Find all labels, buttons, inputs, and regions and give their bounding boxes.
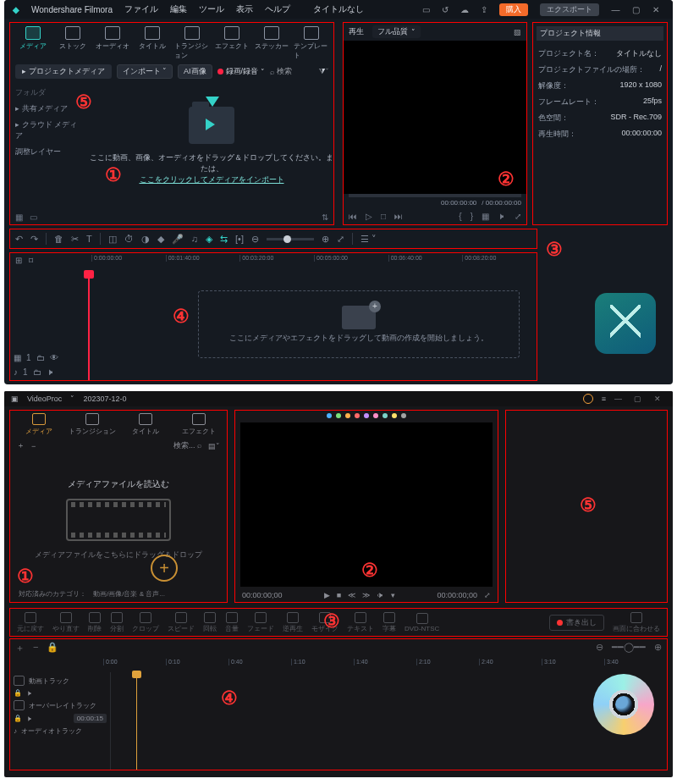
zoom-out-icon[interactable]: ⊖ xyxy=(251,234,259,245)
tab-title[interactable]: タイトル xyxy=(120,413,170,436)
fit-icon[interactable]: ⤢ xyxy=(337,234,344,245)
tool-undo[interactable]: 元に戻す xyxy=(17,612,44,633)
import-link[interactable]: ここをクリックしてメディアをインポート xyxy=(140,175,284,184)
audio-track[interactable]: ♪オーディオトラック xyxy=(14,726,107,736)
timeline-area[interactable]: ④ xyxy=(110,672,667,770)
fit-screen[interactable]: 画面に合わせる xyxy=(613,612,660,633)
share-icon[interactable]: ⇪ xyxy=(481,5,487,14)
tab-title[interactable]: タイトル xyxy=(135,26,169,60)
history-icon[interactable]: ↺ xyxy=(442,5,449,14)
music-icon[interactable]: ♫ xyxy=(191,234,198,244)
tool-speed[interactable]: スピード xyxy=(168,612,195,633)
menu-help[interactable]: ヘルプ xyxy=(265,3,290,15)
account-icon[interactable] xyxy=(583,394,593,404)
tab-audio[interactable]: オーディオ xyxy=(95,26,129,60)
playhead[interactable] xyxy=(88,272,90,380)
tab-transition[interactable]: トランジション xyxy=(174,26,209,60)
play-mode[interactable]: 再生 xyxy=(349,26,364,37)
tool-rotate[interactable]: 回転 xyxy=(203,612,217,633)
tool-subtitle[interactable]: 字幕 xyxy=(383,612,396,633)
mark-in-icon[interactable]: { xyxy=(459,212,461,221)
view-icon[interactable]: ☰ ˅ xyxy=(361,234,377,245)
media-dropzone[interactable]: ここに動画、画像、オーディオをドラッグ＆ドロップしてください。または、 ここをク… xyxy=(90,81,333,210)
snapshot-icon[interactable]: ▾ xyxy=(391,591,395,599)
tool-split[interactable]: 分割 xyxy=(110,612,124,633)
sort-icon[interactable]: ⇅ xyxy=(322,213,328,222)
tool-volume[interactable]: 音量 xyxy=(225,612,239,633)
zoom-in-icon[interactable]: ⊕ xyxy=(322,234,329,245)
add-icon[interactable]: ＋ xyxy=(17,440,25,451)
snapshot-icon[interactable]: ▧ xyxy=(514,28,521,36)
tool-dvd[interactable]: DVD-NTSC xyxy=(405,613,439,632)
volume-icon[interactable]: 🕨 xyxy=(498,212,506,221)
video-track-ctrl[interactable]: 🔒🕨 xyxy=(14,689,107,697)
timeline-area[interactable]: ここにメディアやエフェクトをドラッグして動画の作成を開始しましょう。 ④ xyxy=(88,272,537,380)
redo-icon[interactable]: ↷ xyxy=(30,234,38,245)
record-button[interactable]: 録画/録音 ˅ xyxy=(217,66,266,77)
marker-icon[interactable]: ◈ xyxy=(206,234,212,245)
text-icon[interactable]: T xyxy=(86,234,92,244)
tool-reverse[interactable]: 逆再生 xyxy=(283,612,303,633)
cloud-icon[interactable]: ☁ xyxy=(460,5,469,14)
prev-frame-icon[interactable]: ⏮ xyxy=(349,212,357,221)
zoom-slider[interactable] xyxy=(267,238,314,240)
menu-view[interactable]: 表示 xyxy=(236,3,253,15)
tab-effect[interactable]: エフェクト xyxy=(173,413,223,436)
window-controls[interactable]: — ▢ ✕ xyxy=(614,395,666,403)
tab-media[interactable]: メディア xyxy=(14,413,63,436)
tl-zoom-out-icon[interactable]: ⊖ xyxy=(596,642,603,654)
cut-icon[interactable]: ✂ xyxy=(71,234,79,245)
delete-icon[interactable]: 🗑 xyxy=(54,234,63,244)
fullscreen-icon[interactable]: ⤢ xyxy=(484,591,491,599)
timeline-ruler[interactable]: 0:00:00:0000:01:40:00 00:03:20:0000:05:0… xyxy=(91,253,537,272)
keyframe-icon[interactable]: ◆ xyxy=(157,234,164,245)
quality-dropdown[interactable]: フル品質 ˅ xyxy=(372,25,421,38)
color-icon[interactable]: ◑ xyxy=(141,234,150,245)
audio-track-header[interactable]: ♪1🗀🕨 xyxy=(14,367,85,377)
sort-icon[interactable]: ▤˅ xyxy=(208,442,220,450)
import-dropdown[interactable]: インポート ˅ xyxy=(117,64,173,79)
tab-media[interactable]: メディア xyxy=(15,26,50,60)
ai-image-button[interactable]: AI画像 xyxy=(178,64,212,79)
preview-seekbar[interactable] xyxy=(349,194,521,197)
overlay-track-ctrl[interactable]: 🔒🕨00:00:15 xyxy=(14,714,107,723)
tool-redo[interactable]: やり直す xyxy=(52,612,80,633)
range-icon[interactable]: [•] xyxy=(235,234,244,244)
project-media-pill[interactable]: ▸ プロジェクトメディア xyxy=(15,64,112,79)
speed-icon[interactable]: ⏱ xyxy=(124,234,134,244)
menu-edit[interactable]: 編集 xyxy=(170,3,187,15)
link-icon[interactable]: ⇆ xyxy=(220,234,228,245)
tab-stock[interactable]: ストック xyxy=(55,26,90,60)
tool-crop[interactable]: クロップ xyxy=(132,612,159,633)
list-view-icon[interactable]: ▭ xyxy=(30,213,37,222)
add-media-icon[interactable]: + xyxy=(151,555,178,582)
menu-tools[interactable]: ツール xyxy=(199,3,224,15)
tab-template[interactable]: テンプレート xyxy=(294,26,328,60)
tab-transition[interactable]: トランジション xyxy=(67,413,117,436)
remove-icon[interactable]: − xyxy=(31,442,36,450)
play-icon[interactable]: ▶ xyxy=(324,591,330,599)
menu-icon[interactable]: ≡ xyxy=(602,395,606,403)
volume-icon[interactable]: 🕩 xyxy=(377,591,384,599)
tool-text[interactable]: テキスト xyxy=(347,612,374,633)
tl-zoom-in-icon[interactable]: ⊕ xyxy=(654,642,662,654)
settings-icon[interactable]: ▦ xyxy=(482,212,489,221)
fullscreen-icon[interactable]: ⤢ xyxy=(515,212,521,221)
prev-icon[interactable]: ≪ xyxy=(348,591,355,599)
sidebar-cloud[interactable]: ▸ クラウド メディア xyxy=(14,117,86,144)
save-icon[interactable]: ▭ xyxy=(422,5,430,14)
timeline-dropzone[interactable]: ここにメディアやエフェクトをドラッグして動画の作成を開始しましょう。 xyxy=(198,290,520,358)
menu-file[interactable]: ファイル xyxy=(124,3,158,15)
stop-icon[interactable]: □ xyxy=(381,212,386,221)
audio-icon[interactable]: 🎤 xyxy=(172,234,184,245)
tl-remove-icon[interactable]: − xyxy=(33,642,38,654)
tab-sticker[interactable]: ステッカー xyxy=(254,26,289,60)
tool-delete[interactable]: 削除 xyxy=(88,612,102,633)
search-input[interactable]: ⌕ 検索 xyxy=(270,66,314,77)
buy-button[interactable]: 購入 xyxy=(499,3,528,16)
window-controls[interactable]: — ▢ ✕ xyxy=(611,5,664,14)
play-icon[interactable]: ▷ xyxy=(366,212,372,221)
grid-view-icon[interactable]: ▦ xyxy=(15,213,23,222)
undo-icon[interactable]: ↶ xyxy=(15,234,23,245)
tool-fade[interactable]: フェード xyxy=(247,612,274,633)
